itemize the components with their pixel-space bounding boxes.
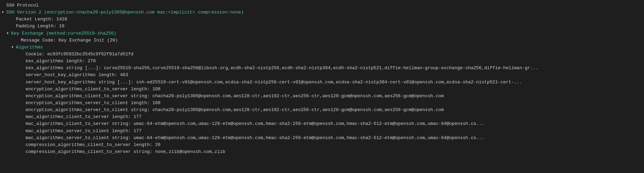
tree-line[interactable]: server_host_key_algorithms string [...]:… [0, 79, 644, 86]
tree-line-text: encryption_algorithms_client_to_server s… [26, 93, 643, 100]
indent-spacer [1, 79, 21, 86]
tree-line[interactable]: Cookie: ec93fc95932bc3545c9f62f91a7d51fd [0, 51, 644, 58]
tree-expander[interactable]: ▾ [11, 44, 16, 51]
tree-line[interactable]: ▾Algorithms [0, 44, 644, 51]
tree-line-text: Padding Length: 10 [16, 23, 643, 30]
indent-spacer [1, 65, 21, 72]
tree-line-text: mac_algorithms_server_to_client string: … [26, 135, 643, 142]
tree-line[interactable]: mac_algorithms_client_to_server string: … [0, 120, 644, 127]
tree-line-text: Packet Length: 1428 [16, 16, 643, 23]
tree-line[interactable]: server_host_key_algorithms length: 463 [0, 72, 644, 79]
tree-line-text: Algorithms [16, 44, 643, 51]
tree-line-text: encryption_algorithms_server_to_client l… [26, 100, 643, 107]
indent-spacer [1, 148, 21, 155]
tree-line-text: SSH Protocol [6, 2, 643, 9]
tree-line-text: encryption_algorithms_server_to_client s… [26, 107, 643, 113]
tree-line[interactable]: SSH Protocol [0, 2, 644, 9]
tree-line[interactable]: Padding Length: 10 [0, 23, 644, 30]
tree-line[interactable]: Message Code: Key Exchange Init (20) [0, 37, 644, 44]
indent-spacer [1, 86, 21, 93]
tree-line[interactable]: kex_algorithms length: 270 [0, 58, 644, 65]
tree-line-text: compression_algorithms_client_to_server … [26, 142, 643, 148]
tree-line-text: mac_algorithms_server_to_client length: … [26, 128, 643, 135]
tree-line-text: compression_algorithms_client_to_server … [26, 148, 643, 155]
tree-expander[interactable]: ▾ [1, 9, 6, 16]
indent-spacer [1, 142, 21, 148]
indent-spacer [1, 58, 21, 65]
indent-spacer [1, 113, 21, 120]
tree-line[interactable]: compression_algorithms_client_to_server … [0, 148, 644, 155]
tree-line-text: Cookie: ec93fc95932bc3545c9f62f91a7d51fd [26, 51, 643, 58]
tree-line-text: Key Exchange (method:curve25519-sha256) [11, 30, 643, 37]
tree-line-text: SSH Version 2 (encryption:chacha20-poly1… [6, 9, 643, 16]
tree-expander[interactable]: ▾ [6, 30, 11, 37]
indent-spacer [1, 93, 21, 100]
tree-line[interactable]: encryption_algorithms_client_to_server l… [0, 86, 644, 93]
indent-spacer [1, 30, 6, 37]
tree-line[interactable]: mac_algorithms_client_to_server length: … [0, 113, 644, 120]
indent-spacer [1, 23, 11, 30]
tree-line-text: server_host_key_algorithms length: 463 [26, 72, 643, 79]
tree-line[interactable]: kex_algorithms string [...]: curve25519-… [0, 65, 644, 72]
tree-line[interactable]: compression_algorithms_client_to_server … [0, 142, 644, 148]
tree-line-text: kex_algorithms length: 270 [26, 58, 643, 65]
tree-line[interactable]: encryption_algorithms_server_to_client l… [0, 100, 644, 107]
indent-spacer [1, 72, 21, 79]
indent-spacer [1, 100, 21, 107]
tree-line-text: encryption_algorithms_client_to_server l… [26, 86, 643, 93]
indent-spacer [1, 37, 16, 44]
tree-line[interactable]: ▾SSH Version 2 (encryption:chacha20-poly… [0, 9, 644, 16]
tree-line[interactable]: Packet Length: 1428 [0, 16, 644, 23]
indent-spacer [1, 107, 21, 113]
packet-tree: SSH Protocol▾SSH Version 2 (encryption:c… [0, 1, 644, 156]
indent-spacer [1, 16, 11, 23]
indent-spacer [1, 44, 11, 51]
tree-line-text: mac_algorithms_client_to_server string: … [26, 120, 643, 127]
tree-line[interactable]: mac_algorithms_server_to_client length: … [0, 128, 644, 135]
tree-line[interactable]: ▾Key Exchange (method:curve25519-sha256) [0, 30, 644, 37]
indent-spacer [1, 128, 21, 135]
tree-line[interactable]: mac_algorithms_server_to_client string: … [0, 135, 644, 142]
tree-line-text: Message Code: Key Exchange Init (20) [21, 37, 643, 44]
tree-line-text: server_host_key_algorithms string [...]:… [26, 79, 643, 86]
tree-line-text: kex_algorithms string [...]: curve25519-… [26, 65, 643, 72]
tree-line-text: mac_algorithms_client_to_server length: … [26, 113, 643, 120]
indent-spacer [1, 120, 21, 127]
indent-spacer [1, 135, 21, 142]
tree-line[interactable]: encryption_algorithms_client_to_server s… [0, 93, 644, 100]
indent-spacer [1, 51, 21, 58]
tree-line[interactable]: encryption_algorithms_server_to_client s… [0, 107, 644, 113]
